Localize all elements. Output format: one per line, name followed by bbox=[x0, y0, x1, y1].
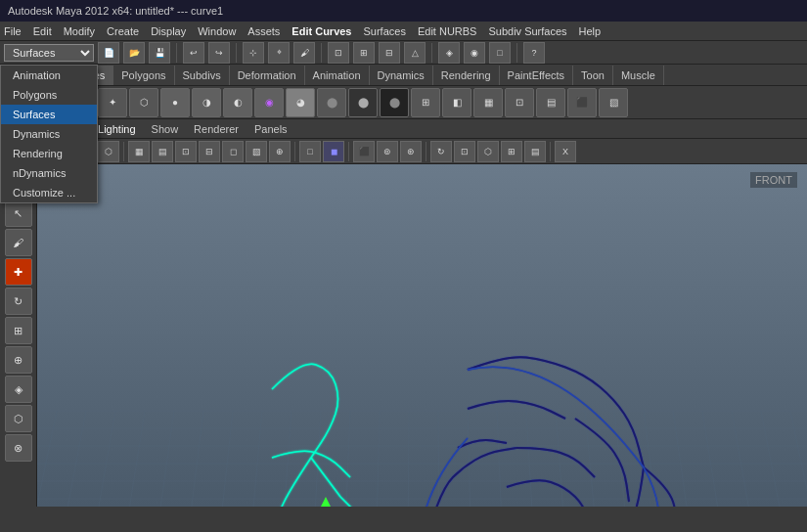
shelf-icon-5[interactable]: ⬡ bbox=[129, 88, 158, 117]
move-btn[interactable]: ✚ bbox=[5, 258, 32, 286]
shelf-icon-20[interactable]: ▧ bbox=[599, 88, 628, 117]
shelf-tab-polygons[interactable]: Polygons bbox=[113, 66, 174, 85]
shelf-icon-4[interactable]: ✦ bbox=[98, 88, 127, 117]
shelf-icon-17[interactable]: ⊡ bbox=[505, 88, 534, 117]
menu-create[interactable]: Create bbox=[107, 25, 139, 37]
sep-t2-4 bbox=[426, 142, 426, 161]
tb2-5[interactable]: ⬡ bbox=[98, 141, 119, 162]
ctx-lighting[interactable]: Lighting bbox=[98, 123, 136, 135]
tb2-7[interactable]: ▤ bbox=[152, 141, 173, 162]
shelf-icon-11[interactable]: ⬤ bbox=[317, 88, 346, 117]
ipr-btn[interactable]: ◉ bbox=[464, 42, 485, 64]
sculpt-btn[interactable]: ⬡ bbox=[5, 405, 32, 432]
shelf-icon-14[interactable]: ⊞ bbox=[411, 88, 440, 117]
menu-subdiv-surfaces[interactable]: Subdiv Surfaces bbox=[488, 25, 566, 37]
shelf-icon-8[interactable]: ◐ bbox=[223, 88, 252, 117]
left-toolbar: ↖ ↖ 🖌 ✚ ↻ ⊞ ⊕ ◈ ⬡ ⊗ bbox=[0, 164, 37, 507]
tb2-13[interactable]: □ bbox=[299, 141, 321, 162]
show-manip-btn[interactable]: ⊗ bbox=[5, 434, 32, 462]
shelf-icon-18[interactable]: ▤ bbox=[536, 88, 565, 117]
ctx-panels[interactable]: Panels bbox=[254, 123, 288, 135]
show-render-btn[interactable]: □ bbox=[489, 42, 511, 64]
viewport-front-label: FRONT bbox=[750, 172, 797, 188]
shelf-icon-12[interactable]: ⬤ bbox=[348, 88, 378, 117]
snap3-btn[interactable]: ⊟ bbox=[379, 42, 400, 64]
shelf-tab-toon[interactable]: Toon bbox=[573, 66, 613, 85]
tb2-14[interactable]: ◼ bbox=[323, 141, 344, 162]
tb2-21[interactable]: ⊞ bbox=[501, 141, 522, 162]
tb2-18[interactable]: ↻ bbox=[430, 141, 452, 162]
ctx-show[interactable]: Show bbox=[152, 123, 179, 135]
rotate-btn[interactable]: ↻ bbox=[5, 288, 32, 315]
render-btn[interactable]: ◈ bbox=[438, 42, 460, 64]
snap4-btn[interactable]: △ bbox=[404, 42, 426, 64]
menu-window[interactable]: Window bbox=[198, 25, 236, 37]
shelf-icon-9[interactable]: ◉ bbox=[254, 88, 284, 117]
shelf-icon-15[interactable]: ◧ bbox=[442, 88, 471, 117]
viewport[interactable]: FRONT Animation Polygons Surfaces Dynami… bbox=[37, 164, 807, 507]
menu-display[interactable]: Display bbox=[151, 25, 186, 37]
shelf-tab-subdivs[interactable]: Subdivs bbox=[175, 66, 230, 85]
tb2-10[interactable]: ◻ bbox=[222, 141, 244, 162]
context-menu-row: View Shading Lighting Show Renderer Pane… bbox=[0, 119, 807, 139]
shelf-tab-painteffects[interactable]: PaintEffects bbox=[500, 66, 574, 85]
paint-btn[interactable]: 🖌 bbox=[293, 42, 315, 64]
main-area: ↖ ↖ 🖌 ✚ ↻ ⊞ ⊕ ◈ ⬡ ⊗ FRONT Animation Poly… bbox=[0, 164, 807, 507]
tb2-16[interactable]: ⊚ bbox=[377, 141, 398, 162]
snap2-btn[interactable]: ⊞ bbox=[353, 42, 375, 64]
shelf-tab-animation[interactable]: Animation bbox=[305, 66, 370, 85]
tb2-23[interactable]: X bbox=[555, 141, 576, 162]
new-scene-btn[interactable]: 📄 bbox=[98, 42, 119, 64]
universal-btn[interactable]: ⊕ bbox=[5, 346, 32, 374]
tb2-8[interactable]: ⊡ bbox=[175, 141, 197, 162]
tb2-20[interactable]: ⬡ bbox=[477, 141, 499, 162]
sep-t2-1 bbox=[123, 142, 124, 161]
undo-btn[interactable]: ↩ bbox=[183, 42, 204, 64]
select-btn[interactable]: ⊹ bbox=[243, 42, 264, 64]
shelf-tab-deformation[interactable]: Deformation bbox=[230, 66, 305, 85]
soft-mod-btn[interactable]: ◈ bbox=[5, 376, 32, 403]
title-bar: Autodesk Maya 2012 x64: untitled* --- cu… bbox=[0, 0, 807, 22]
dropdown-customize[interactable]: Customize ... bbox=[37, 183, 97, 202]
scale-btn[interactable]: ⊞ bbox=[5, 317, 32, 344]
shelf-tab-muscle[interactable]: Muscle bbox=[613, 66, 664, 85]
toolbar2: ⊹ ⌗ ⊞ ◈ ⬡ ▦ ▤ ⊡ ⊟ ◻ ▧ ⊕ □ ◼ ⬛ ⊚ ⊛ ↻ ⊡ ⬡ … bbox=[0, 139, 807, 164]
menu-edit-curves[interactable]: Edit Curves bbox=[291, 25, 351, 37]
paint-select-btn[interactable]: 🖌 bbox=[5, 229, 32, 256]
help-btn[interactable]: ? bbox=[523, 42, 545, 64]
menu-edit-nurbs[interactable]: Edit NURBS bbox=[418, 25, 477, 37]
menu-surfaces[interactable]: Surfaces bbox=[364, 25, 406, 37]
shelf-tab-dynamics[interactable]: Dynamics bbox=[370, 66, 433, 85]
ctx-renderer[interactable]: Renderer bbox=[194, 123, 239, 135]
shelf-tab-rendering[interactable]: Rendering bbox=[433, 66, 500, 85]
mode-dropdown[interactable]: Animation Polygons Surfaces Dynamics Ren… bbox=[4, 44, 94, 62]
tb2-17[interactable]: ⊛ bbox=[400, 141, 422, 162]
shelf-icon-6[interactable]: ● bbox=[160, 88, 190, 117]
dropdown-ndynamics[interactable]: nDynamics bbox=[37, 164, 97, 183]
shelf-icon-7[interactable]: ◑ bbox=[192, 88, 221, 117]
tb2-22[interactable]: ▤ bbox=[524, 141, 546, 162]
tb2-6[interactable]: ▦ bbox=[128, 141, 150, 162]
redo-btn[interactable]: ↪ bbox=[208, 42, 230, 64]
shelf-icon-13[interactable]: ⬤ bbox=[380, 88, 409, 117]
snap1-btn[interactable]: ⊡ bbox=[328, 42, 349, 64]
shelf-icon-19[interactable]: ⬛ bbox=[567, 88, 597, 117]
tb2-9[interactable]: ⊟ bbox=[199, 141, 220, 162]
tb2-11[interactable]: ▧ bbox=[246, 141, 267, 162]
menu-edit[interactable]: Edit bbox=[33, 25, 52, 37]
tb2-19[interactable]: ⊡ bbox=[454, 141, 475, 162]
menu-assets[interactable]: Assets bbox=[247, 25, 280, 37]
lasso-btn[interactable]: ⌖ bbox=[268, 42, 290, 64]
shelf-icon-16[interactable]: ▦ bbox=[473, 88, 503, 117]
tb2-15[interactable]: ⬛ bbox=[353, 141, 375, 162]
save-btn[interactable]: 💾 bbox=[149, 42, 170, 64]
mode-row: Animation Polygons Surfaces Dynamics Ren… bbox=[0, 41, 807, 65]
menu-help[interactable]: Help bbox=[579, 25, 602, 37]
open-btn[interactable]: 📂 bbox=[123, 42, 145, 64]
menu-modify[interactable]: Modify bbox=[64, 25, 95, 37]
shelf-icon-10[interactable]: ◕ bbox=[286, 88, 315, 117]
move-tool-btn[interactable]: ↖ bbox=[5, 200, 32, 227]
sep-t2-3 bbox=[348, 142, 349, 161]
tb2-12[interactable]: ⊕ bbox=[269, 141, 291, 162]
menu-file[interactable]: File bbox=[4, 25, 22, 37]
